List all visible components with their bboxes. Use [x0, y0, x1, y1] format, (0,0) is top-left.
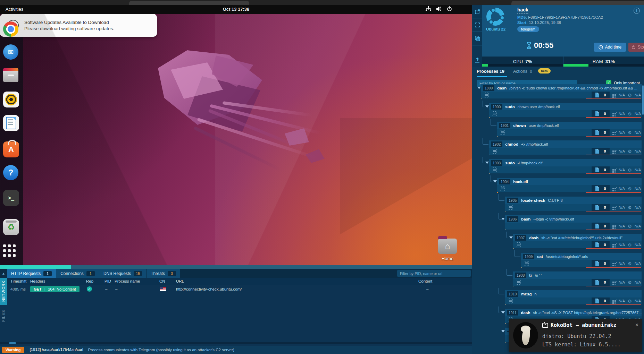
column-header-pid[interactable]: PID — [104, 279, 111, 283]
process-row-1899[interactable]: 1899dash/bin/sh -c 'sudo chown user /tmp… — [481, 84, 642, 99]
column-header-content[interactable]: Content — [418, 279, 432, 283]
process-row-1905[interactable]: 1905locale-checkC.UTF-80N/A⚙N/A — [505, 197, 642, 211]
jellyfish-facet — [212, 55, 253, 87]
net-tab-http-requests[interactable]: HTTP Requests1 — [7, 269, 56, 278]
warning-process-link[interactable]: [1912] /snap/curl/1754/bin/curl — [30, 347, 83, 352]
telegram-tag[interactable]: telegram — [517, 26, 539, 32]
stop-button[interactable]: Stop — [628, 43, 644, 52]
jellyfish-facet — [171, 62, 223, 99]
software-update-toast[interactable]: i Software Updates Available to Download… — [0, 14, 157, 37]
expander-icon[interactable] — [485, 105, 489, 108]
process-args: \n ' ' — [535, 273, 542, 277]
chat-close-icon[interactable]: ✕ — [635, 321, 638, 328]
collapse-panel-button[interactable]: ▲ — [0, 269, 7, 278]
expander-icon[interactable] — [501, 311, 505, 314]
files-icon — [595, 111, 599, 116]
process-args: +x /tmp/hack.elf — [521, 142, 548, 146]
dock-item-rhythmbox[interactable] — [3, 92, 20, 108]
modules-value: N/A — [619, 187, 625, 191]
pid-cell: – — [105, 287, 107, 291]
add-time-button[interactable]: Add time — [594, 43, 626, 52]
net-tab-threats[interactable]: Threats3 — [147, 269, 181, 278]
process-row-1902[interactable]: 1902chmod+x /tmp/hack.elf0N/A⚙N/A — [489, 140, 642, 155]
column-header-timeshift[interactable]: Timeshift — [10, 279, 26, 283]
open-external-button[interactable] — [472, 5, 482, 18]
warning-message: Process communicates with Telegram (poss… — [88, 348, 234, 352]
network-panel: ▲ HTTP Requests1Connections1DNS Requests… — [0, 269, 472, 346]
dock-item-libreoffice-writer[interactable] — [3, 115, 20, 132]
volume-icon — [436, 6, 442, 11]
task-title[interactable]: hack — [517, 7, 528, 14]
pill-divider: | — [44, 287, 45, 291]
files-count: 0 — [604, 187, 606, 191]
column-header-url[interactable]: URL — [176, 279, 184, 283]
md5-value: F893F1F7992F1A9F2A7BF74196171CA2 — [528, 15, 603, 19]
column-header-process-name[interactable]: Process name — [115, 279, 140, 283]
dock-item-files[interactable] — [3, 68, 20, 85]
files-icon — [595, 224, 599, 228]
process-row-1900[interactable]: 1900sudochown user /tmp/hack.elf0N/A⚙N/A — [489, 103, 642, 118]
expander-icon[interactable] — [477, 87, 481, 89]
upload-button[interactable] — [472, 53, 482, 67]
modules-value: N/A — [619, 205, 625, 209]
session-timeline[interactable] — [0, 265, 472, 269]
modules-icon — [612, 300, 614, 302]
scrollbar-thumb[interactable] — [9, 342, 16, 344]
dock-item-chrome[interactable] — [3, 21, 20, 38]
process-row-1908[interactable]: 1908tr\n ' '0N/A⚙N/A — [513, 271, 642, 286]
process-row-1903[interactable]: 1903sudo-i /tmp/hack.elf0N/A⚙N/A — [489, 159, 642, 174]
modules-icon — [612, 94, 614, 96]
process-pid: 1905 — [507, 198, 518, 203]
net-tab-connections[interactable]: Connections1 — [56, 269, 99, 278]
dock-item-app-grid[interactable] — [3, 244, 20, 261]
tab-processes[interactable]: Processes 19 — [477, 69, 504, 74]
tab-actions[interactable]: Actions 0 — [513, 69, 532, 74]
dock-item-trash[interactable]: ♻ — [3, 219, 20, 236]
alert-underline — [586, 173, 641, 174]
horizontal-scrollbar[interactable] — [0, 342, 472, 344]
process-row-1910[interactable]: 1910mesgn0N/A⚙N/A — [505, 290, 642, 305]
expander-icon[interactable] — [493, 180, 497, 183]
dock-item-thunderbird[interactable]: ✉ — [3, 44, 20, 61]
network-side-tab[interactable]: NETWORK — [0, 278, 7, 305]
clipboard-text-button[interactable]: T — [472, 32, 482, 45]
dock-item-ubuntu-software[interactable]: A — [3, 141, 20, 158]
expander-icon[interactable] — [501, 218, 505, 220]
column-header-rep[interactable]: Rep — [86, 279, 93, 283]
expander-icon[interactable] — [501, 330, 505, 333]
column-header-headers[interactable]: Headers — [30, 279, 45, 283]
process-row-1909[interactable]: 1909cat/usr/etc/debuginfod/*.urls0N/A⚙N/… — [521, 253, 642, 268]
dock-item-help[interactable]: ? — [3, 165, 20, 182]
telegram-chat-overlay[interactable]: KokoBot → abumunirakz distro: Ubuntu 22.… — [509, 319, 642, 352]
gear-icon: ⚙ — [628, 261, 632, 266]
expander-icon[interactable] — [509, 236, 513, 239]
process-line: 1907dashsh -c "cat /usr/etc/debuginfod/*… — [513, 234, 642, 241]
expander-icon[interactable] — [485, 162, 489, 164]
net-tab-dns-requests[interactable]: DNS Requests15 — [99, 269, 147, 278]
start-label: Start: — [517, 20, 528, 25]
http-request-row[interactable]: 4085 ms GET|204: No Content ✓ – – http:/… — [0, 285, 472, 294]
timer-value: 00:55 — [534, 41, 553, 50]
home-folder[interactable]: ⌂ Home — [437, 239, 458, 261]
dock-separator — [4, 214, 19, 214]
timeshift-cell: 4085 ms — [10, 287, 26, 291]
files-side-tab[interactable]: FILES — [0, 306, 7, 326]
process-name: dash — [521, 311, 530, 315]
tree-connector — [483, 138, 488, 145]
process-row-1907[interactable]: 1907dashsh -c "cat /usr/etc/debuginfod/*… — [513, 234, 642, 249]
column-header-cn[interactable]: CN — [159, 279, 165, 283]
gear-icon: ⚙ — [628, 299, 632, 303]
info-icon[interactable]: i — [634, 8, 640, 14]
system-tray[interactable] — [426, 6, 452, 11]
network-filter-input[interactable] — [397, 270, 471, 277]
process-row-1906[interactable]: 1906bash--login -c \/tmp\/hack\.elf0N/A⚙… — [505, 215, 642, 230]
process-name: locale-check — [521, 198, 545, 202]
fullscreen-button[interactable] — [472, 18, 482, 32]
process-row-1904[interactable]: 1904hack.elf0N/A⚙N/A — [497, 178, 642, 193]
dock-item-terminal[interactable]: >_ — [3, 190, 20, 207]
process-row-1901[interactable]: 1901chownuser /tmp/hack.elf0N/A⚙N/A — [497, 122, 642, 137]
tab-label: HTTP Requests — [11, 271, 41, 276]
modules-value: N/A — [619, 299, 625, 303]
clock[interactable]: Oct 13 17:38 — [0, 7, 472, 12]
process-scrollbar[interactable] — [642, 85, 644, 115]
